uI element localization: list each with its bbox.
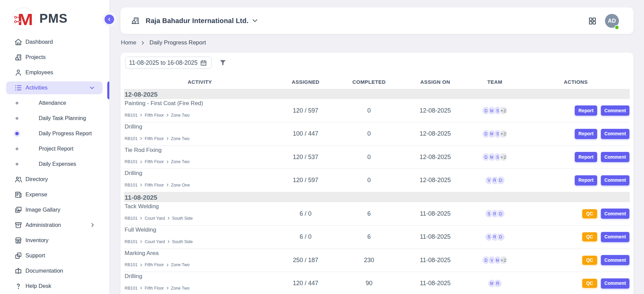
- svg-text:M: M: [18, 11, 33, 28]
